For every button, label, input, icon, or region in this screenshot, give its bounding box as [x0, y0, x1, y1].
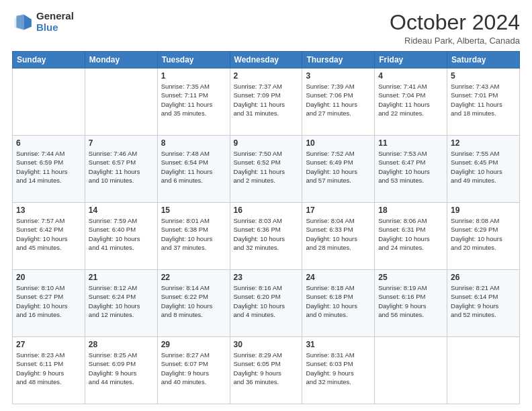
calendar-cell: 4Sunrise: 7:41 AM Sunset: 7:04 PM Daylig… — [375, 68, 447, 136]
calendar-cell: 30Sunrise: 8:29 AM Sunset: 6:05 PM Dayli… — [230, 337, 302, 404]
calendar-cell: 31Sunrise: 8:31 AM Sunset: 6:03 PM Dayli… — [302, 337, 375, 404]
day-info: Sunrise: 7:50 AM Sunset: 6:52 PM Dayligh… — [234, 149, 299, 185]
title-block: October 2024 Rideau Park, Alberta, Canad… — [390, 11, 520, 46]
calendar-cell: 15Sunrise: 8:01 AM Sunset: 6:38 PM Dayli… — [157, 203, 230, 270]
logo-text: General Blue — [36, 11, 74, 33]
day-number: 25 — [378, 273, 443, 282]
col-saturday: Saturday — [447, 52, 520, 68]
day-info: Sunrise: 7:44 AM Sunset: 6:59 PM Dayligh… — [16, 149, 81, 185]
calendar-cell — [375, 337, 447, 404]
calendar-cell: 20Sunrise: 8:10 AM Sunset: 6:27 PM Dayli… — [13, 270, 85, 337]
calendar-cell: 27Sunrise: 8:23 AM Sunset: 6:11 PM Dayli… — [13, 337, 85, 404]
day-number: 5 — [451, 71, 516, 81]
day-number: 8 — [161, 138, 226, 148]
calendar-cell: 6Sunrise: 7:44 AM Sunset: 6:59 PM Daylig… — [13, 136, 85, 203]
logo-general-text: General — [36, 11, 74, 22]
day-info: Sunrise: 8:23 AM Sunset: 6:11 PM Dayligh… — [16, 351, 81, 386]
day-number: 1 — [161, 71, 226, 81]
header: General Blue October 2024 Rideau Park, A… — [12, 11, 520, 46]
day-info: Sunrise: 7:43 AM Sunset: 7:01 PM Dayligh… — [451, 82, 516, 118]
calendar-cell: 10Sunrise: 7:52 AM Sunset: 6:49 PM Dayli… — [302, 136, 375, 203]
day-info: Sunrise: 7:59 AM Sunset: 6:40 PM Dayligh… — [89, 216, 154, 252]
calendar-cell: 19Sunrise: 8:08 AM Sunset: 6:29 PM Dayli… — [447, 203, 520, 270]
day-info: Sunrise: 7:55 AM Sunset: 6:45 PM Dayligh… — [451, 149, 516, 185]
day-info: Sunrise: 8:04 AM Sunset: 6:33 PM Dayligh… — [306, 216, 371, 252]
day-number: 3 — [306, 71, 371, 81]
calendar-cell: 18Sunrise: 8:06 AM Sunset: 6:31 PM Dayli… — [375, 203, 447, 270]
calendar-cell: 2Sunrise: 7:37 AM Sunset: 7:09 PM Daylig… — [230, 68, 302, 136]
day-number: 17 — [306, 205, 371, 215]
day-number: 26 — [451, 273, 516, 282]
day-number: 13 — [16, 205, 81, 215]
day-number: 22 — [161, 273, 226, 282]
calendar-cell: 23Sunrise: 8:16 AM Sunset: 6:20 PM Dayli… — [230, 270, 302, 337]
day-number: 18 — [378, 205, 443, 215]
calendar-cell: 25Sunrise: 8:19 AM Sunset: 6:16 PM Dayli… — [375, 270, 447, 337]
day-info: Sunrise: 8:01 AM Sunset: 6:38 PM Dayligh… — [161, 216, 226, 252]
day-number: 7 — [89, 138, 154, 148]
day-number: 23 — [234, 273, 299, 282]
day-number: 30 — [234, 340, 299, 349]
day-number: 9 — [234, 138, 299, 148]
calendar-cell: 17Sunrise: 8:04 AM Sunset: 6:33 PM Dayli… — [302, 203, 375, 270]
calendar-cell: 26Sunrise: 8:21 AM Sunset: 6:14 PM Dayli… — [447, 270, 520, 337]
day-info: Sunrise: 7:35 AM Sunset: 7:11 PM Dayligh… — [161, 82, 226, 118]
day-number: 29 — [161, 340, 226, 349]
col-sunday: Sunday — [13, 52, 85, 68]
calendar-header-row: Sunday Monday Tuesday Wednesday Thursday… — [13, 52, 520, 68]
calendar-cell: 13Sunrise: 7:57 AM Sunset: 6:42 PM Dayli… — [13, 203, 85, 270]
week-row-5: 27Sunrise: 8:23 AM Sunset: 6:11 PM Dayli… — [13, 337, 520, 404]
day-info: Sunrise: 7:53 AM Sunset: 6:47 PM Dayligh… — [378, 149, 443, 185]
day-number: 31 — [306, 340, 371, 349]
day-number: 6 — [16, 138, 81, 148]
logo-icon — [12, 11, 34, 33]
day-number: 4 — [378, 71, 443, 81]
day-number: 12 — [451, 138, 516, 148]
calendar-cell: 3Sunrise: 7:39 AM Sunset: 7:06 PM Daylig… — [302, 68, 375, 136]
week-row-3: 13Sunrise: 7:57 AM Sunset: 6:42 PM Dayli… — [13, 203, 520, 270]
calendar-cell: 9Sunrise: 7:50 AM Sunset: 6:52 PM Daylig… — [230, 136, 302, 203]
day-info: Sunrise: 7:46 AM Sunset: 6:57 PM Dayligh… — [89, 149, 154, 185]
location: Rideau Park, Alberta, Canada — [390, 36, 520, 46]
calendar-cell: 14Sunrise: 7:59 AM Sunset: 6:40 PM Dayli… — [85, 203, 157, 270]
day-info: Sunrise: 7:41 AM Sunset: 7:04 PM Dayligh… — [378, 82, 443, 118]
calendar-cell — [85, 68, 157, 136]
day-number: 15 — [161, 205, 226, 215]
calendar-cell: 21Sunrise: 8:12 AM Sunset: 6:24 PM Dayli… — [85, 270, 157, 337]
calendar-cell: 22Sunrise: 8:14 AM Sunset: 6:22 PM Dayli… — [157, 270, 230, 337]
day-info: Sunrise: 8:16 AM Sunset: 6:20 PM Dayligh… — [234, 283, 299, 319]
page: General Blue October 2024 Rideau Park, A… — [0, 0, 532, 411]
day-info: Sunrise: 7:37 AM Sunset: 7:09 PM Dayligh… — [234, 82, 299, 118]
svg-marker-3 — [16, 14, 24, 29]
day-info: Sunrise: 8:08 AM Sunset: 6:29 PM Dayligh… — [451, 216, 516, 252]
month-title: October 2024 — [390, 11, 520, 34]
logo-blue-text: Blue — [36, 22, 74, 34]
day-info: Sunrise: 8:25 AM Sunset: 6:09 PM Dayligh… — [89, 351, 154, 386]
week-row-1: 1Sunrise: 7:35 AM Sunset: 7:11 PM Daylig… — [13, 68, 520, 136]
day-number: 14 — [89, 205, 154, 215]
day-info: Sunrise: 7:39 AM Sunset: 7:06 PM Dayligh… — [306, 82, 371, 118]
day-number: 21 — [89, 273, 154, 282]
calendar-cell: 29Sunrise: 8:27 AM Sunset: 6:07 PM Dayli… — [157, 337, 230, 404]
day-info: Sunrise: 8:14 AM Sunset: 6:22 PM Dayligh… — [161, 283, 226, 319]
calendar-cell: 12Sunrise: 7:55 AM Sunset: 6:45 PM Dayli… — [447, 136, 520, 203]
day-number: 16 — [234, 205, 299, 215]
day-info: Sunrise: 8:29 AM Sunset: 6:05 PM Dayligh… — [234, 351, 299, 386]
day-info: Sunrise: 8:10 AM Sunset: 6:27 PM Dayligh… — [16, 283, 81, 319]
day-info: Sunrise: 8:12 AM Sunset: 6:24 PM Dayligh… — [89, 283, 154, 319]
col-monday: Monday — [85, 52, 157, 68]
day-number: 24 — [306, 273, 371, 282]
day-info: Sunrise: 8:21 AM Sunset: 6:14 PM Dayligh… — [451, 283, 516, 319]
day-info: Sunrise: 8:03 AM Sunset: 6:36 PM Dayligh… — [234, 216, 299, 252]
calendar-cell: 11Sunrise: 7:53 AM Sunset: 6:47 PM Dayli… — [375, 136, 447, 203]
calendar-cell — [13, 68, 85, 136]
week-row-4: 20Sunrise: 8:10 AM Sunset: 6:27 PM Dayli… — [13, 270, 520, 337]
day-number: 11 — [378, 138, 443, 148]
calendar-cell: 7Sunrise: 7:46 AM Sunset: 6:57 PM Daylig… — [85, 136, 157, 203]
calendar-cell: 1Sunrise: 7:35 AM Sunset: 7:11 PM Daylig… — [157, 68, 230, 136]
calendar-cell — [447, 337, 520, 404]
calendar-cell: 24Sunrise: 8:18 AM Sunset: 6:18 PM Dayli… — [302, 270, 375, 337]
day-info: Sunrise: 8:18 AM Sunset: 6:18 PM Dayligh… — [306, 283, 371, 319]
day-number: 28 — [89, 340, 154, 349]
logo: General Blue — [12, 11, 74, 33]
